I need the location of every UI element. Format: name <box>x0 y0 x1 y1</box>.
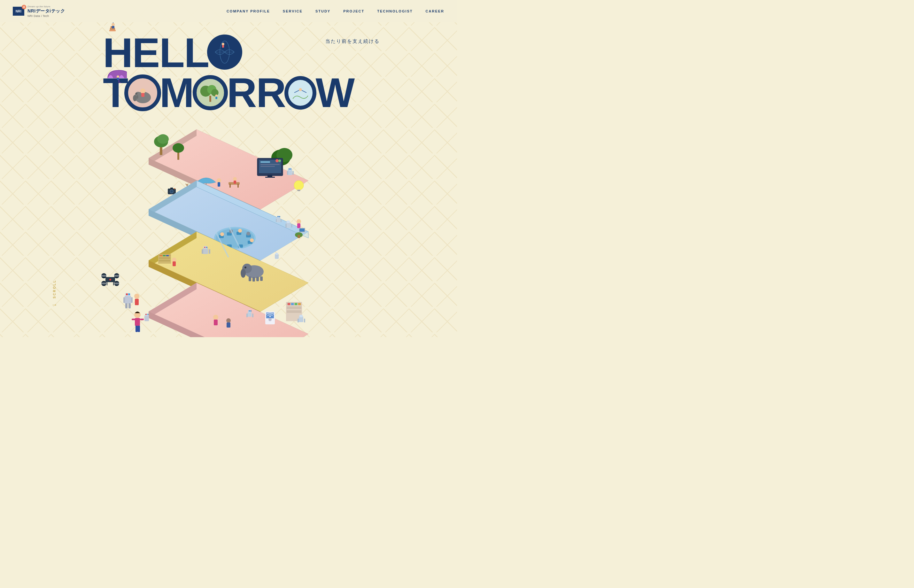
svg-point-133 <box>206 247 207 248</box>
svg-rect-160 <box>298 303 301 305</box>
svg-point-50 <box>276 159 279 162</box>
nav-career[interactable]: CAREER <box>426 9 444 13</box>
drone <box>100 273 121 286</box>
svg-rect-127 <box>160 255 162 256</box>
svg-rect-197 <box>124 296 131 304</box>
svg-point-16 <box>133 95 137 101</box>
svg-rect-115 <box>297 223 300 228</box>
svg-rect-144 <box>275 254 279 259</box>
svg-point-215 <box>145 314 147 315</box>
svg-point-164 <box>250 310 252 312</box>
letter-t-container: T <box>103 72 128 113</box>
svg-point-191 <box>113 275 121 277</box>
svg-rect-34 <box>178 152 179 160</box>
svg-point-139 <box>244 267 246 268</box>
svg-rect-155 <box>287 307 301 309</box>
svg-rect-119 <box>297 235 300 238</box>
svg-rect-113 <box>291 224 292 228</box>
svg-point-106 <box>278 216 279 217</box>
logo-slogan: Dream up the future. <box>27 5 65 8</box>
svg-rect-141 <box>252 277 255 281</box>
svg-point-192 <box>100 283 108 284</box>
nav-technologist[interactable]: TECHNOLOGIST <box>377 9 413 13</box>
svg-point-17 <box>140 89 145 94</box>
svg-point-9 <box>222 43 224 45</box>
svg-point-35 <box>173 143 184 153</box>
letter-o-tomorrow-1 <box>124 74 161 111</box>
svg-point-173 <box>226 318 231 323</box>
svg-point-103 <box>250 238 254 242</box>
svg-point-54 <box>233 177 237 181</box>
svg-rect-82 <box>174 188 175 189</box>
svg-rect-178 <box>304 318 305 322</box>
svg-rect-117 <box>299 228 305 232</box>
letter-o-tomorrow-2 <box>193 75 228 110</box>
svg-rect-60 <box>287 171 288 175</box>
svg-rect-176 <box>299 315 303 317</box>
svg-rect-143 <box>260 276 263 281</box>
hero-text: 当たり前を支え続ける <box>103 32 354 113</box>
nav-service[interactable]: SERVICE <box>283 9 303 13</box>
svg-rect-85 <box>297 190 300 191</box>
nri-text: NRI <box>16 10 22 13</box>
svg-point-101 <box>238 229 242 233</box>
main-nav: COMPANY PROFILE SERVICE STUDY PROJECT TE… <box>226 9 444 13</box>
svg-rect-13 <box>117 78 119 80</box>
svg-point-3 <box>111 23 115 26</box>
svg-rect-49 <box>260 166 275 167</box>
letters-ell: ELL <box>132 32 209 73</box>
isometric-illustration <box>0 120 457 337</box>
svg-point-169 <box>268 318 272 321</box>
svg-rect-53 <box>218 182 220 187</box>
svg-rect-112 <box>285 224 287 228</box>
nav-project[interactable]: PROJECT <box>343 9 364 13</box>
svg-point-25 <box>215 95 218 97</box>
svg-rect-61 <box>292 171 294 175</box>
svg-point-51 <box>278 160 281 162</box>
svg-rect-4 <box>112 26 115 28</box>
svg-point-107 <box>279 216 280 217</box>
svg-point-80 <box>170 190 173 193</box>
svg-point-114 <box>297 219 301 224</box>
nri-logo-box: NRI 未来創発 <box>13 7 24 16</box>
svg-rect-129 <box>166 255 169 256</box>
svg-rect-202 <box>131 297 132 303</box>
svg-point-171 <box>213 315 218 320</box>
svg-rect-126 <box>159 260 170 262</box>
svg-rect-134 <box>202 249 203 254</box>
svg-point-83 <box>294 181 304 190</box>
svg-point-170 <box>270 316 271 317</box>
svg-rect-108 <box>276 219 277 222</box>
logo-jp: NRIデータiテック <box>27 8 65 14</box>
scroll-indicator: SCROLL → <box>51 279 58 309</box>
svg-rect-210 <box>140 318 144 320</box>
svg-rect-211 <box>136 326 138 332</box>
logo-en: NRI Data i Tech <box>27 15 65 18</box>
svg-point-58 <box>289 168 290 170</box>
svg-rect-177 <box>297 318 299 322</box>
logo-area: NRI 未来創発 Dream up the future. NRIデータiテック… <box>13 5 65 18</box>
svg-rect-18 <box>141 93 144 97</box>
svg-point-52 <box>217 178 221 183</box>
svg-rect-55 <box>234 181 236 184</box>
svg-rect-158 <box>291 303 294 305</box>
nav-study[interactable]: STUDY <box>315 9 331 13</box>
nav-company-profile[interactable]: COMPANY PROFILE <box>226 9 270 13</box>
svg-rect-159 <box>295 303 297 305</box>
svg-point-59 <box>290 168 291 170</box>
svg-rect-156 <box>287 310 301 313</box>
svg-point-205 <box>134 294 139 299</box>
iso-building-svg <box>69 120 388 337</box>
svg-point-193 <box>113 283 121 284</box>
scroll-arrow-icon: → <box>51 301 58 309</box>
svg-rect-212 <box>138 326 140 332</box>
hero-title-container: 当たり前を支え続ける <box>103 32 354 113</box>
scroll-label: SCROLL <box>53 279 56 299</box>
svg-point-163 <box>249 310 250 312</box>
site-header: NRI 未来創発 Dream up the future. NRIデータiテック… <box>0 0 457 23</box>
svg-rect-206 <box>135 299 139 305</box>
svg-point-19 <box>136 93 137 95</box>
badge-text: 未来創発 <box>23 6 26 9</box>
robot-left <box>123 293 139 309</box>
letter-o-hello <box>207 34 242 69</box>
